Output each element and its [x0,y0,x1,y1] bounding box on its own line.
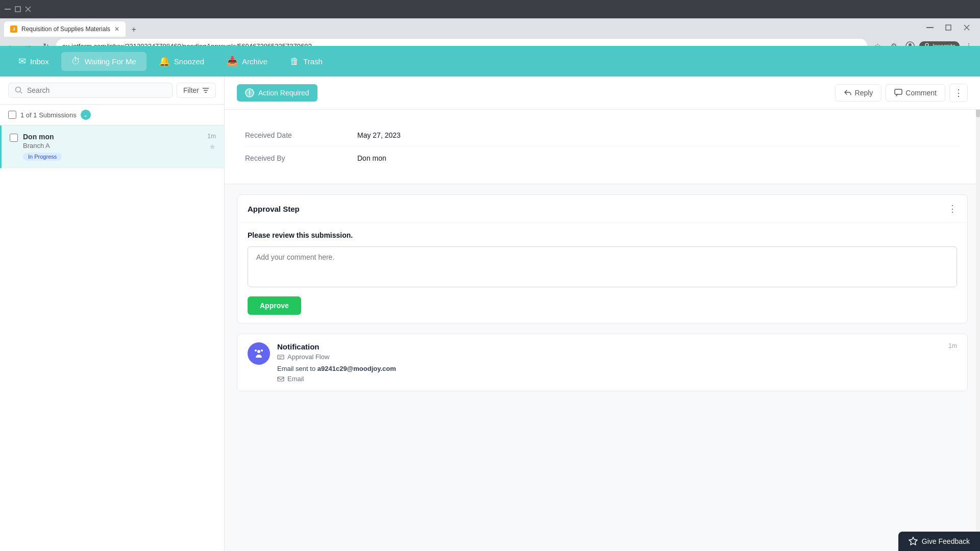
notification-info: Notification Approval Flow Email sent to [277,342,941,383]
minimize-button[interactable] [4,6,11,13]
close-window-button[interactable] [960,20,974,35]
window-controls [4,6,32,13]
search-input-wrap [8,83,173,98]
comment-label: Comment [905,89,937,97]
tab-favicon: J [10,26,17,33]
app-container: ✉ Inbox ⏱ Waiting For Me 🔔 Snoozed 📥 Arc… [0,46,980,551]
toolbar-right: Reply Comment ⋮ [835,84,968,102]
email-sent-prefix: Email sent to [277,365,315,372]
main-layout: Filter 1 of 1 Submissions ⌄ Don mo [0,77,980,551]
submission-checkbox[interactable] [10,134,18,142]
nav-snoozed[interactable]: 🔔 Snoozed [149,52,214,71]
svg-point-19 [261,349,263,352]
title-bar [0,0,980,18]
nav-inbox[interactable]: ✉ Inbox [8,52,59,71]
submission-item[interactable]: Don mon Branch A In Progress 1m ★ [0,126,224,168]
reply-label: Reply [855,89,873,97]
submission-list: Don mon Branch A In Progress 1m ★ [0,126,224,551]
filter-icon [202,87,209,94]
nav-archive[interactable]: 📥 Archive [216,52,278,71]
nav-trash[interactable]: 🗑 Trash [280,52,333,71]
filter-button[interactable]: Filter [177,83,216,98]
submission-badge: In Progress [23,153,62,161]
approval-flow-icon [277,354,284,361]
svg-point-20 [255,349,257,352]
nav-waiting-label: Waiting For Me [85,57,136,66]
close-button[interactable] [24,6,32,13]
new-tab-button[interactable]: + [128,23,140,36]
submissions-header: 1 of 1 Submissions ⌄ [0,105,224,126]
feedback-label: Give Feedback [922,537,970,545]
svg-rect-0 [5,9,11,10]
notification-time: 1m [948,342,957,349]
received-date-label: Received Date [245,131,357,139]
action-required-icon [245,88,254,97]
trash-icon: 🗑 [290,56,299,67]
action-required-label: Action Required [258,89,309,97]
notification-subtitle-text: Approval Flow [287,353,329,361]
svg-line-12 [20,92,22,94]
received-date-value: May 27, 2023 [357,131,401,139]
nav-waiting[interactable]: ⏱ Waiting For Me [61,52,146,71]
inbox-icon: ✉ [18,56,26,67]
search-bar: Filter [0,77,224,105]
notification-email-address: a9241c29@moodjoy.com [317,365,396,372]
comment-button[interactable]: Comment [886,84,945,102]
notification-email-row: Email sent to a9241c29@moodjoy.com [277,364,941,373]
submission-info: Don mon Branch A In Progress [23,133,202,161]
content-body: Received Date May 27, 2023 Received By D… [225,110,980,391]
comment-icon [894,89,902,97]
reply-icon [844,89,852,97]
approval-card-more-button[interactable]: ⋮ [948,203,957,214]
forward-button[interactable]: → [21,39,36,53]
active-tab[interactable]: J Requisition of Supplies Materials ✕ [4,21,126,37]
reply-button[interactable]: Reply [835,84,882,102]
notification-title: Notification [277,342,941,351]
search-input[interactable] [27,86,166,94]
approval-card-header: Approval Step ⋮ [237,195,967,223]
notification-channel: Email [287,375,304,383]
svg-rect-21 [278,355,284,359]
tab-bar: J Requisition of Supplies Materials ✕ + [0,18,980,37]
browser-chrome: J Requisition of Supplies Materials ✕ + … [0,0,980,46]
nav-archive-label: Archive [242,57,267,66]
svg-rect-17 [895,89,902,94]
detail-section: Received Date May 27, 2023 Received By D… [225,110,980,184]
svg-rect-22 [278,377,284,381]
comment-textarea[interactable] [248,246,957,287]
approve-label: Approve [260,302,289,310]
submission-sub: Branch A [23,142,202,149]
archive-icon: 📥 [227,56,238,67]
select-all-checkbox[interactable] [8,111,16,119]
notification-detail-row: Email [277,375,941,383]
approval-card-title: Approval Step [248,205,300,213]
star-icon[interactable]: ★ [209,142,216,152]
received-date-row: Received Date May 27, 2023 [245,124,960,147]
svg-rect-1 [15,7,20,12]
notification-card: Notification Approval Flow Email sent to [237,334,968,391]
notification-icon [248,342,270,365]
nav-inbox-label: Inbox [30,57,49,66]
sidebar: Filter 1 of 1 Submissions ⌄ Don mo [0,77,225,551]
tab-close-icon[interactable]: ✕ [114,26,119,33]
approve-button[interactable]: Approve [248,296,301,315]
give-feedback-button[interactable]: Give Feedback [898,532,980,551]
more-options-button[interactable]: ⋮ [949,84,968,102]
tab-title: Requisition of Supplies Materials [21,26,110,33]
svg-rect-5 [946,25,951,30]
scroll-indicator [976,77,980,551]
action-required-button[interactable]: Action Required [237,84,317,102]
filter-label: Filter [183,86,199,94]
minimize-window-button[interactable] [923,20,937,35]
search-icon [15,86,23,94]
content-area: Action Required Reply Commen [225,77,980,551]
approval-instruction: Please review this submission. [248,231,957,239]
restore-window-button[interactable] [941,20,955,35]
maximize-button[interactable] [14,6,21,13]
waiting-icon: ⏱ [71,56,81,67]
received-by-value: Don mon [357,154,386,162]
submissions-dropdown[interactable]: ⌄ [81,110,91,120]
received-by-row: Received By Don mon [245,147,960,169]
notification-meta: 1m [948,342,957,349]
submission-meta: 1m ★ [207,133,216,152]
